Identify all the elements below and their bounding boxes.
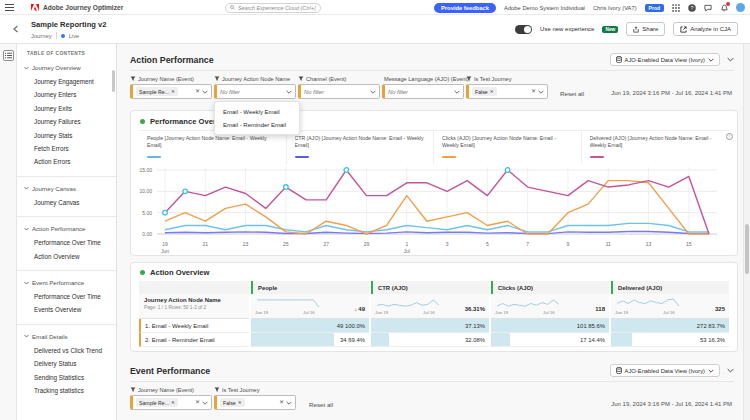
filter-combobox[interactable]: Sample Re...✕ ✕ xyxy=(130,84,212,99)
filter-chip[interactable]: Sample Re...✕ xyxy=(136,87,178,96)
chevron-down-icon[interactable] xyxy=(370,90,376,94)
table-cell[interactable]: 272 83.7% xyxy=(611,319,729,333)
back-chevron-icon[interactable] xyxy=(12,25,20,33)
clear-filter-icon[interactable]: ✕ xyxy=(279,400,284,406)
toc-item[interactable]: Delivered vs Click Trend xyxy=(17,344,116,357)
date-range[interactable]: Jun 19, 2024 3:16 PM - Jul 16, 2024 1:41… xyxy=(611,401,732,407)
chevron-down-icon[interactable] xyxy=(538,90,544,94)
org-name[interactable]: Adobe Demo System Individual xyxy=(504,5,585,11)
toc-item[interactable]: Events Overview xyxy=(17,303,116,316)
toc-item[interactable]: Journey Stats xyxy=(17,129,116,142)
table-cell[interactable]: 37.13% xyxy=(371,319,489,333)
filter-combobox[interactable]: False✕ ✕ xyxy=(466,84,548,99)
legend-item[interactable]: CTR (AJO) [Journey Action Node Name: Ema… xyxy=(287,131,435,164)
legend-item[interactable]: Delivered (AJO) [Journey Action Node Nam… xyxy=(582,131,730,164)
row-dimension-header[interactable]: Journey Action Node Name Page: 1 / 1 Row… xyxy=(139,294,249,319)
pagination-info[interactable]: Page: 1 / 1 Rows: 50 1-2 of 2 xyxy=(144,305,249,310)
toc-item[interactable]: Delivery Status xyxy=(17,357,116,370)
table-row-label[interactable]: 2. Email - Reminder Email xyxy=(139,333,249,347)
user-avatar[interactable] xyxy=(736,3,745,12)
chevron-down-icon[interactable] xyxy=(202,401,208,405)
filter-combobox[interactable]: Sample Re...✕ ✕ xyxy=(130,395,212,410)
help-icon[interactable]: ? xyxy=(688,4,696,12)
reset-all-link[interactable]: Reset all xyxy=(309,401,333,408)
column-header[interactable]: Clicks (AJO) xyxy=(491,281,609,294)
chevron-down-icon[interactable] xyxy=(202,90,208,94)
table-cell[interactable]: 49 100.0% xyxy=(251,319,369,333)
toc-item[interactable]: Fetch Errors xyxy=(17,142,116,155)
filter-chip[interactable]: False✕ xyxy=(472,87,497,96)
chip-close-icon[interactable]: ✕ xyxy=(490,89,494,94)
chip-close-icon[interactable]: ✕ xyxy=(171,400,175,405)
column-header[interactable]: CTR (AJO) xyxy=(371,281,489,294)
toc-item[interactable]: Performance Over Time xyxy=(17,236,116,249)
analyze-in-cja-button[interactable]: Analyze in CJA xyxy=(673,22,738,36)
toc-item[interactable]: Journey Enters xyxy=(17,88,116,101)
main-scrollbar[interactable] xyxy=(743,44,750,420)
clear-filter-icon[interactable]: ✕ xyxy=(195,89,200,95)
app-switcher-icon[interactable] xyxy=(672,4,680,12)
toc-scrollbar[interactable] xyxy=(112,70,115,92)
toc-item[interactable]: Journey Engagement xyxy=(17,75,116,88)
chevron-down-icon[interactable] xyxy=(286,90,292,94)
filter-combobox[interactable]: No filter xyxy=(298,84,380,99)
table-row-label[interactable]: 1. Email - Weekly Email xyxy=(139,319,249,333)
line-chart[interactable] xyxy=(157,164,717,240)
scrollbar-thumb[interactable] xyxy=(745,224,749,274)
search-input[interactable]: Search Experience Cloud (Ctrl+/) xyxy=(225,3,321,13)
toc-section-journey-overview[interactable]: Journey Overview xyxy=(24,64,116,71)
table-cell[interactable]: 17 14.4% xyxy=(491,333,609,347)
chip-close-icon[interactable]: ✕ xyxy=(171,89,175,94)
toc-item[interactable]: Action Overview xyxy=(17,250,116,263)
use-new-experience-toggle[interactable] xyxy=(515,25,532,34)
table-cell[interactable]: 53 16.3% xyxy=(611,333,729,347)
toc-section-action-performance[interactable]: Action Performance xyxy=(24,225,116,232)
report-type-label: Journey xyxy=(31,33,52,39)
column-header[interactable]: Delivered (AJO) xyxy=(611,281,729,294)
filter-combobox[interactable]: No filter xyxy=(382,84,464,99)
toc-item[interactable]: Journey Exits xyxy=(17,102,116,115)
clear-filter-icon[interactable]: ✕ xyxy=(531,89,536,95)
legend-item[interactable]: People [Journey Action Node Name: Email … xyxy=(139,131,287,164)
table-cell[interactable]: 32.08% xyxy=(371,333,489,347)
chevron-down-icon[interactable] xyxy=(454,90,460,94)
collapse-section-icon[interactable] xyxy=(727,368,734,373)
collapse-section-icon[interactable] xyxy=(727,57,734,62)
toc-item[interactable]: Performance Over Time xyxy=(17,290,116,303)
data-view-selector[interactable]: AJO-Enabled Data View (Ivory) xyxy=(610,53,720,66)
feedback-chat-icon[interactable] xyxy=(704,4,712,12)
column-header[interactable]: People xyxy=(251,281,369,294)
dropdown-option[interactable]: Email - Weekly Email xyxy=(215,105,299,118)
toc-item[interactable]: Action Errors xyxy=(17,155,116,168)
filter-combobox[interactable]: False✕ ✕ xyxy=(214,395,296,410)
env-badge[interactable]: Prod xyxy=(645,4,664,12)
user-name[interactable]: Chris Ivory (VA7) xyxy=(593,5,637,11)
toc-toggle-button[interactable] xyxy=(3,50,14,61)
sort-desc-icon[interactable]: ↓ xyxy=(355,306,358,312)
toc-section-email-details[interactable]: Email Details xyxy=(24,333,116,340)
chevron-down-icon[interactable] xyxy=(286,401,292,405)
toc-item[interactable]: Tracking statistics xyxy=(17,384,116,397)
date-range[interactable]: Jun 19, 2024 3:16 PM - Jul 16, 2024 1:41… xyxy=(611,90,732,96)
filter-combobox[interactable]: No filter xyxy=(214,84,296,99)
table-cell[interactable]: 34 69.4% xyxy=(251,333,369,347)
x-tick-label: 9 xyxy=(567,241,570,248)
clear-filter-icon[interactable]: ✕ xyxy=(195,400,200,406)
notifications-bell-icon[interactable] xyxy=(720,4,728,12)
toc-section-journey-canvas[interactable]: Journey Canvas xyxy=(24,185,116,192)
toc-item[interactable]: Sending Statistics xyxy=(17,371,116,384)
filter-chip[interactable]: Sample Re...✕ xyxy=(136,398,178,407)
menu-icon[interactable] xyxy=(5,4,14,11)
chip-close-icon[interactable]: ✕ xyxy=(238,400,242,405)
toc-item[interactable]: Journey Canvas xyxy=(17,196,116,209)
toc-item[interactable]: Journey Failures xyxy=(17,115,116,128)
dropdown-option[interactable]: Email - Reminder Email xyxy=(215,118,299,131)
toc-section-event-performance[interactable]: Event Performance xyxy=(24,279,116,286)
reset-all-link[interactable]: Reset all xyxy=(560,90,584,97)
provide-feedback-button[interactable]: Provide feedback xyxy=(434,3,496,13)
share-button[interactable]: Share xyxy=(626,22,665,36)
table-cell[interactable]: 101 85.6% xyxy=(491,319,609,333)
filter-chip[interactable]: False✕ xyxy=(220,398,245,407)
legend-item[interactable]: Clicks (AJO) [Journey Action Node Name: … xyxy=(434,131,582,164)
data-view-selector[interactable]: AJO-Enabled Data View (Ivory) xyxy=(610,364,720,377)
